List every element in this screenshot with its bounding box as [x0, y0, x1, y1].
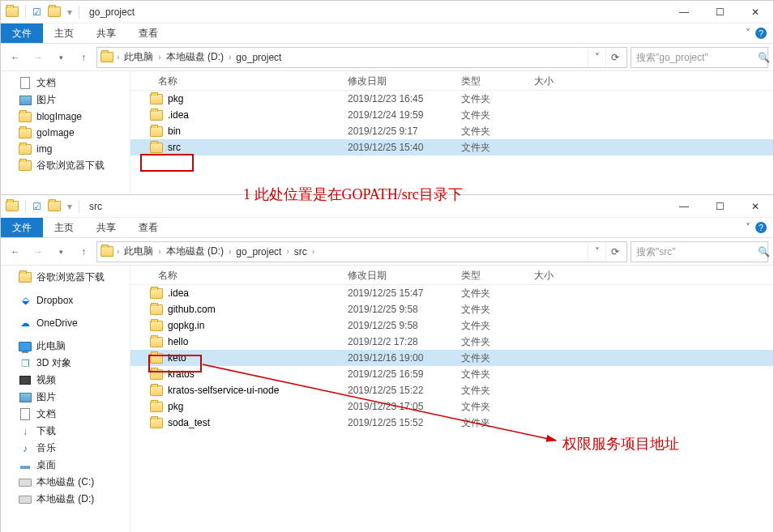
- tab-file[interactable]: 文件: [1, 218, 43, 237]
- address-dropdown[interactable]: ˅: [588, 48, 605, 67]
- breadcrumb[interactable]: src: [291, 246, 310, 257]
- ribbon-expand-icon[interactable]: ˅: [746, 28, 750, 39]
- col-date[interactable]: 修改日期: [341, 266, 455, 284]
- tree-item[interactable]: 本地磁盘 (C:): [1, 474, 130, 491]
- table-row[interactable]: .idea2019/12/25 15:47文件夹: [130, 285, 773, 301]
- search-icon[interactable]: 🔍: [758, 52, 770, 63]
- chevron-icon[interactable]: ›: [117, 247, 119, 256]
- tab-view[interactable]: 查看: [127, 23, 169, 43]
- tree-item[interactable]: ☁OneDrive: [1, 315, 130, 331]
- table-row[interactable]: soda_test2019/12/25 15:52文件夹: [130, 415, 773, 431]
- chevron-icon[interactable]: ›: [158, 247, 160, 256]
- tree-item[interactable]: 本地磁盘 (D:): [1, 491, 130, 508]
- folder-qat-icon[interactable]: [48, 6, 61, 17]
- search-input[interactable]: [636, 52, 758, 63]
- tree-item[interactable]: ▬桌面: [1, 457, 130, 474]
- address-dropdown[interactable]: ˅: [588, 242, 605, 262]
- table-row[interactable]: src2019/12/25 15:40文件夹: [130, 139, 773, 155]
- breadcrumb[interactable]: 本地磁盘 (D:): [163, 50, 227, 64]
- help-icon[interactable]: ?: [755, 28, 767, 39]
- qat-checkbox-icon[interactable]: ☑: [32, 201, 41, 212]
- search-icon[interactable]: 🔍: [758, 246, 770, 257]
- back-button[interactable]: ←: [6, 242, 25, 262]
- breadcrumb[interactable]: 此电脑: [121, 50, 156, 64]
- maximize-button[interactable]: ☐: [702, 195, 738, 218]
- tree-item[interactable]: ⬙Dropbox: [1, 292, 130, 309]
- forward-button[interactable]: →: [28, 48, 48, 67]
- tree-item[interactable]: ♪音乐: [1, 440, 130, 457]
- tab-view[interactable]: 查看: [127, 218, 169, 237]
- breadcrumb[interactable]: go_project: [233, 246, 284, 257]
- tree-item[interactable]: 图片: [1, 92, 130, 109]
- tree-item[interactable]: 谷歌浏览器下载: [1, 157, 130, 174]
- tree-item[interactable]: img: [1, 141, 130, 157]
- maximize-button[interactable]: ☐: [702, 1, 738, 23]
- minimize-button[interactable]: —: [666, 195, 702, 218]
- col-date[interactable]: 修改日期: [341, 71, 455, 90]
- breadcrumb[interactable]: 此电脑: [121, 245, 156, 258]
- breadcrumb[interactable]: 本地磁盘 (D:): [163, 245, 227, 258]
- table-row[interactable]: gopkg.in2019/12/25 9:58文件夹: [130, 317, 773, 334]
- tab-home[interactable]: 主页: [43, 23, 85, 43]
- tree-item[interactable]: ❒3D 对象: [1, 355, 130, 372]
- breadcrumb[interactable]: go_project: [233, 52, 284, 63]
- table-row[interactable]: kratos2019/12/25 16:59文件夹: [130, 366, 773, 382]
- refresh-button[interactable]: ⟳: [605, 48, 623, 67]
- tree-item[interactable]: goImage: [1, 125, 130, 141]
- search-input[interactable]: [636, 246, 758, 257]
- tree-item[interactable]: blogImage: [1, 109, 130, 125]
- chevron-icon[interactable]: ›: [158, 53, 160, 62]
- search-box[interactable]: 🔍: [631, 241, 768, 262]
- tree-pane[interactable]: 谷歌浏览器下载⬙Dropbox☁OneDrive此电脑❒3D 对象视频图片文档↓…: [1, 266, 130, 532]
- close-button[interactable]: ✕: [738, 1, 773, 23]
- table-row[interactable]: hello2019/12/2 17:28文件夹: [130, 334, 773, 350]
- tree-item[interactable]: 视频: [1, 372, 130, 389]
- tab-home[interactable]: 主页: [43, 218, 85, 237]
- table-row[interactable]: bin2019/12/25 9:17文件夹: [130, 123, 773, 139]
- table-row[interactable]: .idea2019/12/24 19:59文件夹: [130, 107, 773, 123]
- ribbon-expand-icon[interactable]: ˅: [746, 222, 750, 233]
- refresh-button[interactable]: ⟳: [605, 242, 623, 262]
- chevron-icon[interactable]: ›: [229, 247, 231, 256]
- table-row[interactable]: kratos-selfservice-ui-node2019/12/25 15:…: [130, 382, 773, 398]
- col-size[interactable]: 大小: [528, 266, 584, 284]
- search-box[interactable]: 🔍: [631, 47, 768, 68]
- tab-share[interactable]: 共享: [85, 218, 127, 237]
- folder-qat-icon[interactable]: [48, 201, 61, 211]
- tree-item[interactable]: 此电脑: [1, 338, 130, 355]
- table-row[interactable]: keto2019/12/16 19:00文件夹: [130, 350, 773, 366]
- forward-button[interactable]: →: [28, 242, 48, 262]
- qat-overflow[interactable]: ▾: [67, 201, 72, 212]
- tab-share[interactable]: 共享: [85, 23, 127, 43]
- table-row[interactable]: github.com2019/12/25 9:58文件夹: [130, 301, 773, 317]
- column-headers[interactable]: 名称 修改日期 类型 大小: [130, 71, 773, 91]
- table-row[interactable]: pkg2019/12/23 16:45文件夹: [130, 91, 773, 107]
- col-type[interactable]: 类型: [455, 266, 528, 284]
- help-icon[interactable]: ?: [755, 222, 767, 233]
- tab-file[interactable]: 文件: [1, 23, 43, 43]
- up-button[interactable]: ↑: [74, 242, 93, 262]
- col-name[interactable]: 名称: [130, 266, 341, 284]
- tree-item[interactable]: ↓下载: [1, 423, 130, 440]
- col-type[interactable]: 类型: [455, 71, 528, 90]
- chevron-icon[interactable]: ›: [229, 53, 231, 62]
- col-size[interactable]: 大小: [528, 71, 584, 90]
- qat-overflow[interactable]: ▾: [67, 6, 72, 18]
- tree-item[interactable]: 文档: [1, 74, 130, 92]
- tree-item[interactable]: 图片: [1, 389, 130, 406]
- column-headers[interactable]: 名称 修改日期 类型 大小: [130, 266, 773, 285]
- minimize-button[interactable]: —: [666, 1, 702, 23]
- up-button[interactable]: ↑: [74, 48, 93, 67]
- tree-item[interactable]: 谷歌浏览器下载: [1, 269, 130, 286]
- address-bar[interactable]: › 此电脑 › 本地磁盘 (D:) › go_project › src › ˅…: [96, 241, 627, 262]
- col-name[interactable]: 名称: [130, 71, 341, 90]
- chevron-icon[interactable]: ›: [312, 247, 314, 256]
- chevron-icon[interactable]: ›: [286, 247, 289, 256]
- history-dropdown[interactable]: ▾: [51, 242, 71, 262]
- close-button[interactable]: ✕: [738, 195, 773, 218]
- chevron-icon[interactable]: ›: [117, 53, 119, 62]
- qat-checkbox-icon[interactable]: ☑: [32, 6, 41, 18]
- back-button[interactable]: ←: [6, 48, 25, 67]
- history-dropdown[interactable]: ▾: [51, 48, 71, 67]
- table-row[interactable]: pkg2019/12/23 17:05文件夹: [130, 398, 773, 415]
